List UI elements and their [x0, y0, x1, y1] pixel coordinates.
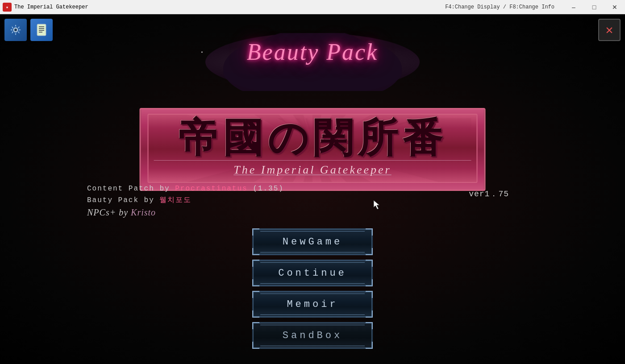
new-game-button[interactable]: NewGame: [252, 228, 373, 255]
credit-line-1: Content Patch by Procrastinatus (1.35): [87, 185, 284, 193]
title-japanese: 帝國の関所番: [154, 118, 471, 158]
notes-icon-button[interactable]: [30, 19, 53, 41]
menu-buttons: NewGame Continue Memoir: [252, 228, 373, 349]
beauty-pack-logo: Beauty Pack: [247, 39, 378, 65]
toolbar: [4, 19, 53, 41]
credit-line-2: Bauty Pack by 웰치포도: [87, 195, 284, 205]
window-close-button[interactable]: ✕: [604, 0, 625, 14]
window-title: The Imperial Gatekeeper: [14, 4, 445, 10]
new-game-button-container: NewGame: [252, 228, 373, 255]
credits: Content Patch by Procrastinatus (1.35) B…: [87, 185, 284, 220]
gear-icon-button[interactable]: [4, 19, 27, 41]
memoir-button[interactable]: Memoir: [252, 291, 373, 318]
title-banner: 帝國の関所番 The Imperial Gatekeeper: [140, 108, 486, 191]
cursor-indicator: [373, 199, 382, 210]
version-label: ver1．75: [469, 188, 509, 199]
sandbox-button-container: SandBox: [252, 322, 373, 349]
close-icon: ✕: [606, 22, 613, 37]
credit-line-3: NPCs+ by Kristo: [87, 207, 284, 218]
continue-button[interactable]: Continue: [252, 260, 373, 286]
minimize-button[interactable]: –: [563, 0, 584, 14]
titlebar: ★ The Imperial Gatekeeper F4:Change Disp…: [0, 0, 625, 14]
game-close-button[interactable]: ✕: [598, 19, 621, 41]
window-controls: – □ ✕: [563, 0, 625, 14]
continue-button-container: Continue: [252, 260, 373, 286]
svg-point-2: [14, 29, 17, 31]
memoir-button-container: Memoir: [252, 291, 373, 318]
game-area: ✦ ✦ ✦ ✦ · · ✦ ✦ ✕: [0, 14, 625, 364]
sandbox-button[interactable]: SandBox: [252, 322, 373, 349]
maximize-button[interactable]: □: [584, 0, 604, 14]
title-english: The Imperial Gatekeeper: [154, 160, 471, 177]
app-icon: ★: [3, 3, 12, 12]
svg-rect-3: [37, 24, 46, 36]
window-subtitle: F4:Change Display / F8:Change Info: [445, 4, 554, 10]
